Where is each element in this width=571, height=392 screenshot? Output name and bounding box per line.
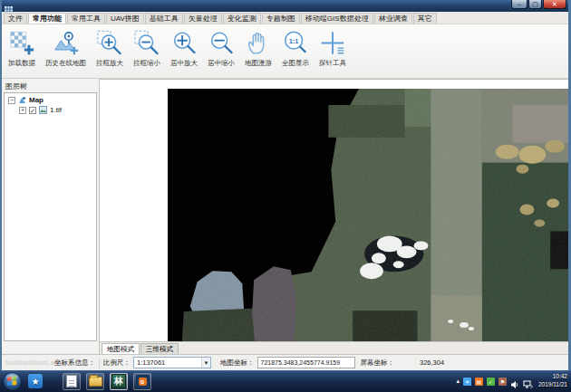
titlebar: – ▢ ✕ <box>2 0 568 12</box>
center-zoom-out-icon <box>208 28 235 58</box>
close-button[interactable]: ✕ <box>543 0 566 9</box>
toolbar-button-label: 全图显示 <box>282 59 309 68</box>
taskbar-folder-explorer[interactable] <box>86 373 104 390</box>
dropdown-arrow-icon[interactable]: ▼ <box>201 358 210 368</box>
map-node-label[interactable]: Map <box>29 96 44 104</box>
tree-row-layer[interactable]: + ✓ 1.tif <box>5 104 96 114</box>
main-area: 图层树 − Map + ✓ 1. <box>2 79 568 354</box>
raster-layer-icon <box>39 106 47 114</box>
status-bar: toolStripStatusLabel1 坐标系信息： 比例尺： 1:1370… <box>2 354 568 370</box>
scale-value: 1:137061 <box>137 359 165 367</box>
dragbox-zoom-in-icon <box>96 28 123 58</box>
brown-app-icon[interactable]: ⚑ <box>498 378 507 386</box>
toolbar-button-label: 拉框放大 <box>96 59 123 68</box>
collapse-toggle[interactable]: − <box>8 97 15 104</box>
start-button[interactable] <box>3 372 22 391</box>
coord-system-label: 坐标系信息： <box>54 359 95 368</box>
hidden-icons-chevron-icon[interactable]: ▴ <box>456 378 460 385</box>
star-glyph: ★ <box>28 374 43 388</box>
volume-icon[interactable] <box>510 377 519 386</box>
scale-combobox[interactable]: 1:137061 ▼ <box>133 357 211 368</box>
toolbar: 加载数据历史在线地图拉框放大拉框缩小居中放大居中缩小地图漫游1:1全图显示探针工… <box>2 24 568 79</box>
toolbar-button-label: 历史在线地图 <box>45 59 86 68</box>
network-icon[interactable] <box>523 377 533 386</box>
map-mode-tab-1[interactable]: 三维模式 <box>140 343 179 354</box>
taskbar-apps: ★林o <box>26 373 151 390</box>
screen-coord-value: 326,304 <box>420 359 444 367</box>
screen-coord-label: 屏幕坐标： <box>361 359 395 368</box>
window-controls: – ▢ ✕ <box>511 0 566 12</box>
layer-node-label[interactable]: 1.tif <box>50 106 62 114</box>
map-coord-label: 地图坐标： <box>220 359 255 368</box>
folder-glyph <box>89 377 102 387</box>
screen: – ▢ ✕ 文件常用功能常用工具UAV拼图基础工具矢量处理变化监测专题制图移动端… <box>0 0 571 392</box>
toolbar-probe-tool-button[interactable]: 探针工具 <box>315 27 350 69</box>
layer-checkbox[interactable]: ✓ <box>29 107 36 114</box>
history-online-map-icon <box>53 28 80 58</box>
expand-toggle[interactable]: + <box>19 107 26 114</box>
toolbar-map-pan-button[interactable]: 地图漫游 <box>241 27 276 69</box>
ribbon-tab-1[interactable]: 常用功能 <box>28 13 66 24</box>
notepad-glyph <box>66 375 77 387</box>
ribbon-tab-bar: 文件常用功能常用工具UAV拼图基础工具矢量处理变化监测专题制图移动端GIS数据处… <box>2 12 568 24</box>
taskbar-clock[interactable]: 10:42 2019/11/21 <box>538 373 567 389</box>
ribbon-tab-10[interactable]: 其它 <box>413 13 437 24</box>
toolbar-button-label: 居中缩小 <box>208 59 235 68</box>
orange-app-icon[interactable]: ▤ <box>475 378 483 386</box>
minimize-button[interactable]: – <box>511 0 527 9</box>
toolbar-dragbox-zoom-in-button[interactable]: 拉框放大 <box>92 27 127 69</box>
toolbar-dragbox-zoom-out-button[interactable]: 拉框缩小 <box>130 27 164 69</box>
ribbon-tab-7[interactable]: 专题制图 <box>262 13 300 24</box>
status-faint-label: toolStripStatusLabel1 <box>5 359 54 366</box>
map-canvas[interactable] <box>100 80 568 341</box>
ribbon-tab-3[interactable]: UAV拼图 <box>106 13 144 24</box>
tree-row-map[interactable]: − Map <box>5 93 96 104</box>
toolbar-button-label: 居中放大 <box>170 59 198 68</box>
map-mode-tab-0[interactable]: 地图模式 <box>102 343 140 354</box>
toolbar-button-label: 探针工具 <box>319 59 346 68</box>
satellite-imagery <box>168 89 568 341</box>
blue-app-icon[interactable]: ✦ <box>463 378 471 386</box>
toolbar-button-label: 拉框缩小 <box>133 59 160 68</box>
taskbar-notepad-app[interactable] <box>63 373 81 390</box>
pan-hand-icon <box>245 28 272 58</box>
green-app-icon[interactable]: ✓ <box>487 378 495 386</box>
o-glyph: o <box>136 375 150 388</box>
app-window: – ▢ ✕ 文件常用功能常用工具UAV拼图基础工具矢量处理变化监测专题制图移动端… <box>0 0 571 370</box>
dragbox-zoom-out-icon <box>133 28 160 58</box>
ribbon-tab-8[interactable]: 移动端GIS数据处理 <box>301 13 373 24</box>
clock-time: 10:42 <box>538 373 567 381</box>
toolbar-center-zoom-out-button[interactable]: 居中缩小 <box>204 27 238 69</box>
status-separator <box>99 358 100 368</box>
ribbon-tab-2[interactable]: 常用工具 <box>67 13 105 24</box>
taskbar: ★林o ▴ ✦ ▤ ✓ ⚑ 10:42 2019/11/21 <box>0 370 571 392</box>
taskbar-forestry-app[interactable]: 林 <box>110 373 128 390</box>
svg-text:1:1: 1:1 <box>289 37 299 45</box>
layer-tree: − Map + ✓ 1.tif <box>4 92 97 341</box>
taskbar-star-app[interactable]: ★ <box>26 373 44 390</box>
maximize-button[interactable]: ▢ <box>528 0 542 9</box>
layer-panel-title: 图层树 <box>2 79 99 91</box>
toolbar-load-data-button[interactable]: 加载数据 <box>5 27 39 69</box>
scale-label: 比例尺： <box>103 359 131 368</box>
toolbar-history-online-map-button[interactable]: 历史在线地图 <box>42 27 90 69</box>
ribbon-tab-5[interactable]: 矢量处理 <box>184 13 222 24</box>
toolbar-button-label: 地图漫游 <box>245 59 272 68</box>
toolbar-full-extent-button[interactable]: 1:1全图显示 <box>278 27 313 69</box>
map-panel: 地图模式三维模式 <box>100 79 568 354</box>
ribbon-tab-0[interactable]: 文件 <box>4 13 27 24</box>
layer-panel: 图层树 − Map + ✓ 1. <box>2 79 100 354</box>
map-node-icon <box>18 96 26 104</box>
ribbon-tab-6[interactable]: 变化监测 <box>223 13 261 24</box>
map-coord-value: 721875.3483,2455774.9159 <box>257 357 355 368</box>
taskbar-o-document-app[interactable]: o <box>133 373 151 390</box>
load-data-icon <box>8 28 35 58</box>
probe-crosshair-icon <box>319 28 346 58</box>
app-grid-icon <box>5 2 13 10</box>
toolbar-center-zoom-in-button[interactable]: 居中放大 <box>167 27 201 69</box>
system-tray: ▴ ✦ ▤ ✓ ⚑ 10:42 2019/11/21 <box>456 373 571 389</box>
center-zoom-in-icon <box>170 28 198 58</box>
toolbar-button-label: 加载数据 <box>8 59 35 68</box>
ribbon-tab-9[interactable]: 林业调查 <box>374 13 412 24</box>
ribbon-tab-4[interactable]: 基础工具 <box>145 13 183 24</box>
